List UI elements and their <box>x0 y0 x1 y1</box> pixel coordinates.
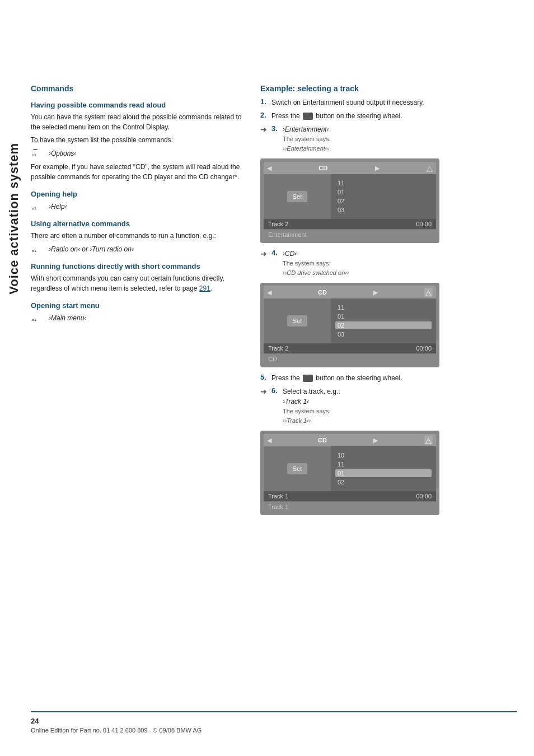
screen-2-time: 00:00 <box>416 345 432 352</box>
svg-text:ₒ₁: ₒ₁ <box>32 316 36 322</box>
track-01: 01 <box>335 188 432 196</box>
left-column: Commands Having possible commands read a… <box>31 84 243 521</box>
step-6-num: 6. <box>271 386 280 395</box>
cmd-line-main-menu: ₒ₁ ›Main menu‹ <box>31 313 243 323</box>
screen-2: ◀ CD ▶ △ Set 11 01 02 03 Track 2 00:00 <box>260 283 439 367</box>
screen-3-body: Set 10 11 01 02 <box>264 446 436 491</box>
screen-2-tracks: 11 01 02 03 <box>331 298 436 343</box>
right-heading: Example: selecting a track <box>260 84 523 93</box>
screen-1-set-area: Set <box>264 174 331 219</box>
screen-2-label-bar: CD <box>264 353 436 364</box>
screen-1-corner-icon: △ <box>427 164 433 172</box>
footer-page-num: 24 <box>31 717 517 725</box>
body-text-1: You can have the system read aloud the p… <box>31 112 243 132</box>
cmd-line-radio: ₒ₁ ›Radio on‹ or ›Turn radio on‹ <box>31 244 243 254</box>
step-1: 1. Switch on Entertainment sound output … <box>260 97 523 108</box>
s2-track-11: 11 <box>335 304 432 311</box>
screen-2-title: CD <box>318 289 327 296</box>
screen-1-body: Set 11 01 02 03 <box>264 174 436 219</box>
cmd-line-options: ₒ₁ ›Options‹ <box>31 148 243 158</box>
mic-icon-4: ₒ₁ <box>31 313 45 323</box>
page-link-291[interactable]: 291 <box>199 284 210 292</box>
step-4-num: 4. <box>271 249 280 257</box>
body-text-3: For example, if you have selected "CD", … <box>31 162 243 182</box>
screen-2-body: Set 11 01 02 03 <box>264 298 436 343</box>
screen-3-top-bar: ◀ CD ▶ △ <box>264 434 436 446</box>
step-5: 5. Press the button on the steering whee… <box>260 373 523 383</box>
step-3-content: ›Entertainment‹ The system says: ››Enter… <box>283 124 331 153</box>
svg-text:ₒ₁: ₒ₁ <box>32 204 36 211</box>
screen-1-title: CD <box>318 165 327 171</box>
step-6-content: Select a track, e.g.: ›Track 1‹ The syst… <box>283 386 340 425</box>
steering-btn-icon-1 <box>303 113 313 120</box>
screen-2-left-arrow: ◀ <box>267 289 271 296</box>
step-4: ➜ 4. ›CD‹ The system says: ››CD drive sw… <box>260 249 523 277</box>
screen-1-bottom-bar: Track 2 00:00 <box>264 219 436 229</box>
cmd-text-radio: ›Radio on‹ or ›Turn radio on‹ <box>49 245 134 253</box>
s2-track-02-highlighted: 02 <box>335 321 432 329</box>
screen-1: ◀ CD ▶ △ Set 11 01 02 03 Track 2 00:00 <box>260 158 439 243</box>
cmd-text-options: ›Options‹ <box>49 150 76 157</box>
cmd-text-help: ›Help‹ <box>49 203 67 211</box>
screen-1-left-arrow: ◀ <box>267 165 271 172</box>
screen-3-label-bar: Track 1 <box>264 501 436 512</box>
screen-3-set-btn: Set <box>287 463 308 474</box>
screen-1-label-bar: Entertainment <box>264 229 436 240</box>
mic-icon-3: ₒ₁ <box>31 244 45 254</box>
step-3: ➜ 3. ›Entertainment‹ The system says: ››… <box>260 124 523 153</box>
step-3-num: 3. <box>271 124 280 133</box>
right-column: Example: selecting a track 1. Switch on … <box>260 84 523 521</box>
body-text-2: To have the system list the possible com… <box>31 135 243 145</box>
step-3-arrow-icon: ➜ <box>260 125 267 134</box>
step-4-arrow-icon: ➜ <box>260 249 267 258</box>
screen-3-time: 00:00 <box>416 493 432 500</box>
step-2-text: Press the button on the steering wheel. <box>271 111 402 121</box>
screen-3-tracks: 10 11 01 02 <box>331 446 436 491</box>
step-2: 2. Press the button on the steering whee… <box>260 111 523 121</box>
step-4-content: ›CD‹ The system says: ››CD drive switche… <box>283 249 349 277</box>
s2-track-03: 03 <box>335 330 432 338</box>
screen-3-corner-icon: △ <box>424 436 433 445</box>
step-1-text: Switch on Entertainment sound output if … <box>271 97 424 108</box>
main-heading: Commands <box>31 84 243 93</box>
screen-2-set-area: Set <box>264 298 331 343</box>
screen-1-time: 00:00 <box>416 221 432 227</box>
screen-2-right-arrow: ▶ <box>373 289 378 296</box>
cmd-line-help: ₒ₁ ›Help‹ <box>31 202 243 212</box>
footer-text: Online Edition for Part no. 01 41 2 600 … <box>31 727 517 734</box>
sub-heading-short-commands: Running functions directly with short co… <box>31 262 243 270</box>
s3-track-02: 02 <box>335 478 432 486</box>
screen-3: ◀ CD ▶ △ Set 10 11 01 02 Track 1 00:00 <box>260 431 439 515</box>
mic-icon-1: ₒ₁ <box>31 148 45 158</box>
svg-rect-0 <box>33 149 38 150</box>
screen-3-left-arrow: ◀ <box>267 437 271 444</box>
screen-2-bottom-bar: Track 2 00:00 <box>264 343 436 353</box>
sub-heading-alternative: Using alternative commands <box>31 220 243 228</box>
screen-1-set-btn: Set <box>287 191 308 202</box>
screen-2-corner-icon: △ <box>424 288 433 297</box>
screen-3-right-arrow: ▶ <box>373 437 378 444</box>
sidebar-label: Voice activation system <box>0 101 28 336</box>
footer: 24 Online Edition for Part no. 01 41 2 6… <box>31 711 517 734</box>
screen-3-title: CD <box>318 437 327 444</box>
step-6: ➜ 6. Select a track, e.g.: ›Track 1‹ The… <box>260 386 523 425</box>
svg-text:ₒ₁: ₒ₁ <box>32 247 36 253</box>
screen-2-set-btn: Set <box>287 315 308 326</box>
step-5-num: 5. <box>260 373 269 381</box>
track-11: 11 <box>335 179 432 187</box>
mic-icon-2: ₒ₁ <box>31 202 45 212</box>
track-03: 03 <box>335 206 432 214</box>
s2-track-01: 01 <box>335 312 432 320</box>
screen-2-track-label: Track 2 <box>268 345 288 352</box>
step-5-text: Press the button on the steering wheel. <box>271 373 402 383</box>
steering-btn-icon-2 <box>303 375 313 382</box>
s3-track-01-highlighted: 01 <box>335 469 432 477</box>
step-2-num: 2. <box>260 111 269 119</box>
sub-heading-having-commands: Having possible commands read aloud <box>31 101 243 109</box>
screen-3-set-area: Set <box>264 446 331 491</box>
sub-heading-opening-help: Opening help <box>31 190 243 198</box>
screen-3-track-label: Track 1 <box>268 493 288 500</box>
screen-1-track-label: Track 2 <box>268 221 288 227</box>
cmd-text-main-menu: ›Main menu‹ <box>49 314 86 322</box>
s3-track-10: 10 <box>335 451 432 459</box>
